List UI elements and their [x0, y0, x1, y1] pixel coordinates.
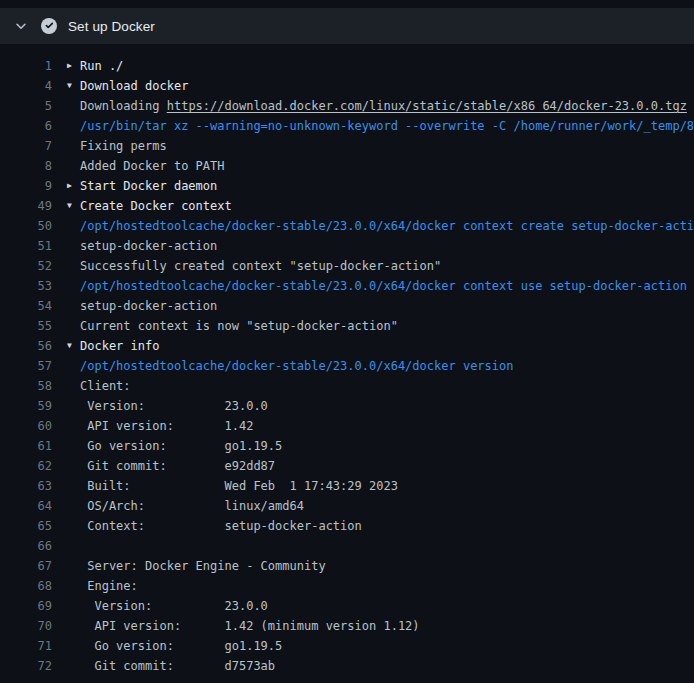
line-number: 58: [0, 376, 52, 396]
indent-spacer: [67, 436, 80, 456]
indent-spacer: [67, 116, 80, 136]
indent-spacer: [67, 596, 80, 616]
group-collapse-icon[interactable]: ▼: [67, 336, 80, 356]
log-text: setup-docker-action: [80, 236, 217, 256]
indent-spacer: [67, 516, 80, 536]
line-number: 7: [0, 136, 52, 156]
step-header[interactable]: Set up Docker: [0, 8, 694, 44]
log-line[interactable]: 67 Server: Docker Engine - Community: [0, 556, 694, 576]
log-line[interactable]: 5Downloading https://download.docker.com…: [0, 96, 694, 116]
line-number: 4: [0, 76, 52, 96]
group-title: Download docker: [80, 76, 188, 96]
log-line[interactable]: 65 Context: setup-docker-action: [0, 516, 694, 536]
line-number: 8: [0, 156, 52, 176]
log-line[interactable]: 54setup-docker-action: [0, 296, 694, 316]
group-collapse-icon[interactable]: ▼: [67, 196, 80, 216]
log-area[interactable]: 1▶Run ./4▼Download docker5Downloading ht…: [0, 44, 694, 676]
line-number: 69: [0, 596, 52, 616]
line-number: 56: [0, 336, 52, 356]
group-collapse-icon[interactable]: ▼: [67, 76, 80, 96]
log-line[interactable]: 9▶Start Docker daemon: [0, 176, 694, 196]
log-line[interactable]: 6/usr/bin/tar xz --warning=no-unknown-ke…: [0, 116, 694, 136]
log-line[interactable]: 68 Engine:: [0, 576, 694, 596]
line-number: 65: [0, 516, 52, 536]
log-text: setup-docker-action: [80, 296, 217, 316]
log-text: Version: 23.0.0: [80, 596, 268, 616]
indent-spacer: [67, 476, 80, 496]
indent-spacer: [67, 636, 80, 656]
indent-spacer: [67, 556, 80, 576]
line-number: 54: [0, 296, 52, 316]
indent-spacer: [67, 396, 80, 416]
log-text: Git commit: e92dd87: [80, 456, 275, 476]
log-line[interactable]: 1▶Run ./: [0, 56, 694, 76]
step-title: Set up Docker: [68, 19, 155, 34]
log-text: Context: setup-docker-action: [80, 516, 362, 536]
log-line[interactable]: 7Fixing perms: [0, 136, 694, 156]
line-number: 51: [0, 236, 52, 256]
indent-spacer: [67, 296, 80, 316]
log-line[interactable]: 50/opt/hostedtoolcache/docker-stable/23.…: [0, 216, 694, 236]
log-line[interactable]: 57/opt/hostedtoolcache/docker-stable/23.…: [0, 356, 694, 376]
indent-spacer: [67, 276, 80, 296]
indent-spacer: [67, 96, 80, 116]
line-number: 62: [0, 456, 52, 476]
log-line[interactable]: 53/opt/hostedtoolcache/docker-stable/23.…: [0, 276, 694, 296]
group-expand-icon[interactable]: ▶: [67, 56, 80, 76]
log-line[interactable]: 64 OS/Arch: linux/amd64: [0, 496, 694, 516]
group-expand-icon[interactable]: ▶: [67, 176, 80, 196]
log-line[interactable]: 51setup-docker-action: [0, 236, 694, 256]
indent-spacer: [67, 456, 80, 476]
log-line[interactable]: 8Added Docker to PATH: [0, 156, 694, 176]
log-line[interactable]: 4▼Download docker: [0, 76, 694, 96]
indent-spacer: [67, 576, 80, 596]
line-number: 57: [0, 356, 52, 376]
log-line[interactable]: 49▼Create Docker context: [0, 196, 694, 216]
log-line[interactable]: 69 Version: 23.0.0: [0, 596, 694, 616]
command-text: /opt/hostedtoolcache/docker-stable/23.0.…: [80, 216, 694, 236]
log-line[interactable]: 58Client:: [0, 376, 694, 396]
command-text: /opt/hostedtoolcache/docker-stable/23.0.…: [80, 356, 513, 376]
log-text: Go version: go1.19.5: [80, 436, 282, 456]
line-number: 70: [0, 616, 52, 636]
line-number: 1: [0, 56, 52, 76]
line-number: 60: [0, 416, 52, 436]
group-title: Create Docker context: [80, 196, 232, 216]
command-text: /usr/bin/tar xz --warning=no-unknown-key…: [80, 116, 694, 136]
log-line[interactable]: 56▼Docker info: [0, 336, 694, 356]
line-number: 50: [0, 216, 52, 236]
log-text: Client:: [80, 376, 131, 396]
log-link[interactable]: https://download.docker.com/linux/static…: [167, 99, 687, 113]
log-text: OS/Arch: linux/amd64: [80, 496, 304, 516]
indent-spacer: [67, 216, 80, 236]
log-text: API version: 1.42: [80, 416, 253, 436]
log-line[interactable]: 62 Git commit: e92dd87: [0, 456, 694, 476]
log-text: Successfully created context "setup-dock…: [80, 256, 441, 276]
line-number: 71: [0, 636, 52, 656]
indent-spacer: [67, 376, 80, 396]
log-line[interactable]: 55Current context is now "setup-docker-a…: [0, 316, 694, 336]
line-number: 55: [0, 316, 52, 336]
log-line[interactable]: 72 Git commit: d7573ab: [0, 656, 694, 676]
log-text: Built: Wed Feb 1 17:43:29 2023: [80, 476, 398, 496]
log-line[interactable]: 70 API version: 1.42 (minimum version 1.…: [0, 616, 694, 636]
log-line[interactable]: 71 Go version: go1.19.5: [0, 636, 694, 656]
log-text: Go version: go1.19.5: [80, 636, 282, 656]
group-title: Docker info: [80, 336, 159, 356]
line-number: 6: [0, 116, 52, 136]
line-number: 9: [0, 176, 52, 196]
log-line[interactable]: 61 Go version: go1.19.5: [0, 436, 694, 456]
log-line[interactable]: 60 API version: 1.42: [0, 416, 694, 436]
log-line[interactable]: 63 Built: Wed Feb 1 17:43:29 2023: [0, 476, 694, 496]
chevron-down-icon[interactable]: [14, 19, 28, 33]
indent-spacer: [67, 236, 80, 256]
log-text: Version: 23.0.0: [80, 396, 268, 416]
indent-spacer: [67, 316, 80, 336]
indent-spacer: [67, 536, 80, 556]
log-line[interactable]: 52Successfully created context "setup-do…: [0, 256, 694, 276]
log-text: API version: 1.42 (minimum version 1.12): [80, 616, 420, 636]
log-text: Fixing perms: [80, 136, 167, 156]
log-line[interactable]: 66: [0, 536, 694, 556]
log-line[interactable]: 59 Version: 23.0.0: [0, 396, 694, 416]
line-number: 72: [0, 656, 52, 676]
